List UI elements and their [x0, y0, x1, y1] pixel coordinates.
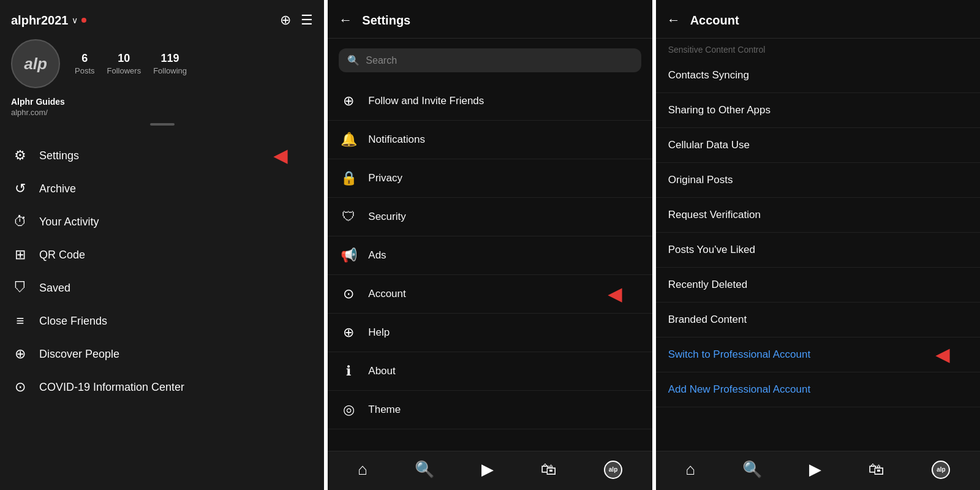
panel-sidebar: alphr2021 ∨ ⊕ ☰ alp 6 Posts 10 Followers: [0, 0, 324, 490]
account-item-branded[interactable]: Branded Content: [656, 303, 980, 337]
red-arrow-settings: ◀: [274, 146, 287, 166]
verification-label: Request Verification: [668, 209, 761, 221]
sidebar-item-activity[interactable]: ⏱ Your Activity: [0, 205, 324, 238]
avatar[interactable]: alp: [11, 39, 60, 88]
profile-nav-text: alp: [609, 466, 617, 473]
posts-label: Posts: [75, 66, 95, 75]
cellular-label: Cellular Data Use: [668, 139, 750, 151]
covid-label: COVID-19 Information Center: [39, 381, 184, 394]
theme-icon: ◎: [340, 402, 357, 418]
profile-section: alphr2021 ∨ ⊕ ☰ alp 6 Posts 10 Followers: [0, 0, 324, 139]
security-label: Security: [368, 211, 405, 223]
settings-item-theme[interactable]: ◎ Theme: [328, 391, 652, 429]
account-item-cellular[interactable]: Cellular Data Use: [656, 128, 980, 163]
home-icon-2[interactable]: ⌂: [685, 460, 695, 479]
reels-icon-2[interactable]: ▶: [809, 460, 821, 479]
red-arrow-account: ◀: [608, 284, 622, 304]
posts-count: 6: [75, 52, 95, 65]
add-professional-label: Add New Professional Account: [668, 383, 810, 396]
account-item-contacts[interactable]: Contacts Syncing: [656, 58, 980, 93]
sidebar-item-close-friends[interactable]: ≡ Close Friends: [0, 304, 324, 337]
settings-item-about[interactable]: ℹ About: [328, 352, 652, 391]
ads-icon: 📢: [340, 247, 357, 263]
profile-nav-text-2: alp: [937, 466, 945, 473]
follow-icon: ⊕: [340, 93, 357, 109]
bottom-nav-account: ⌂ 🔍 ▶ 🛍 alp: [656, 451, 980, 490]
activity-icon: ⏱: [12, 214, 28, 230]
add-post-icon[interactable]: ⊕: [280, 12, 291, 28]
saved-icon: ⛉: [12, 280, 28, 296]
profile-nav-avatar-2[interactable]: alp: [932, 461, 950, 479]
display-name: Alphr Guides: [11, 97, 313, 107]
close-friends-label: Close Friends: [39, 315, 107, 328]
qrcode-icon: ⊞: [12, 247, 28, 263]
home-icon[interactable]: ⌂: [358, 460, 368, 479]
archive-label: Archive: [39, 183, 76, 195]
sidebar-item-qrcode[interactable]: ⊞ QR Code: [0, 238, 324, 271]
account-item-deleted[interactable]: Recently Deleted: [656, 268, 980, 303]
followers-stat: 10 Followers: [107, 52, 141, 76]
sensitive-content-label: Sensitive Content Control: [656, 39, 980, 58]
following-count: 119: [153, 52, 187, 65]
settings-title: Settings: [362, 13, 410, 28]
following-stat: 119 Following: [153, 52, 187, 76]
settings-item-account[interactable]: ⊙ Account ◀: [328, 275, 652, 314]
help-icon: ⊕: [340, 325, 357, 341]
followers-label: Followers: [107, 66, 141, 75]
reels-icon[interactable]: ▶: [481, 460, 494, 479]
notification-dot: [81, 18, 86, 23]
original-posts-label: Original Posts: [668, 174, 733, 186]
account-item-switch-professional[interactable]: Switch to Professional Account ◀: [656, 337, 980, 372]
hamburger-icon[interactable]: ☰: [301, 12, 313, 28]
chevron-down-icon[interactable]: ∨: [72, 15, 78, 25]
sidebar-item-saved[interactable]: ⛉ Saved: [0, 271, 324, 304]
qrcode-label: QR Code: [39, 249, 85, 262]
settings-label: Settings: [39, 149, 79, 162]
sidebar-item-archive[interactable]: ↺ Archive: [0, 172, 324, 205]
sidebar-menu: ⚙ Settings ◀ ↺ Archive ⏱ Your Activity ⊞…: [0, 139, 324, 490]
shop-icon[interactable]: 🛍: [541, 460, 557, 479]
settings-icon: ⚙: [12, 148, 28, 164]
settings-menu: ⊕ Follow and Invite Friends 🔔 Notificati…: [328, 82, 652, 451]
help-label: Help: [368, 326, 390, 339]
username: alphr2021: [11, 13, 68, 28]
profile-info: alp 6 Posts 10 Followers 119 Following: [11, 39, 313, 88]
account-item-verification[interactable]: Request Verification: [656, 198, 980, 233]
settings-item-security[interactable]: 🛡 Security: [328, 198, 652, 236]
search-placeholder: Search: [366, 55, 397, 66]
account-item-sharing[interactable]: Sharing to Other Apps: [656, 93, 980, 128]
account-title: Account: [690, 13, 739, 28]
settings-item-follow[interactable]: ⊕ Follow and Invite Friends: [328, 82, 652, 121]
sidebar-item-covid[interactable]: ⊙ COVID-19 Information Center: [0, 371, 324, 404]
account-item-original-posts[interactable]: Original Posts: [656, 163, 980, 198]
search-nav-icon[interactable]: 🔍: [415, 460, 434, 479]
account-item-add-professional[interactable]: Add New Professional Account: [656, 372, 980, 407]
search-icon: 🔍: [347, 55, 360, 66]
switch-professional-label: Switch to Professional Account: [668, 349, 810, 361]
settings-item-help[interactable]: ⊕ Help: [328, 314, 652, 352]
follow-label: Follow and Invite Friends: [368, 95, 484, 107]
sidebar-item-settings[interactable]: ⚙ Settings ◀: [0, 139, 324, 172]
account-icon: ⊙: [340, 286, 357, 302]
account-back-button[interactable]: ←: [667, 12, 680, 28]
followers-count: 10: [107, 52, 141, 65]
settings-back-button[interactable]: ←: [339, 12, 352, 28]
following-label: Following: [153, 66, 187, 75]
profile-nav-avatar[interactable]: alp: [604, 461, 622, 479]
panel-account: ← Account Sensitive Content Control Cont…: [656, 0, 980, 490]
settings-item-notifications[interactable]: 🔔 Notifications: [328, 121, 652, 159]
shop-icon-2[interactable]: 🛍: [869, 460, 884, 479]
account-item-liked[interactable]: Posts You've Liked: [656, 233, 980, 268]
ads-label: Ads: [368, 249, 386, 262]
panel-settings: ← Settings 🔍 Search ⊕ Follow and Invite …: [328, 0, 652, 490]
settings-item-ads[interactable]: 📢 Ads: [328, 236, 652, 275]
discover-icon: ⊕: [12, 346, 28, 362]
sharing-label: Sharing to Other Apps: [668, 104, 771, 116]
search-bar[interactable]: 🔍 Search: [339, 48, 641, 72]
sidebar-item-discover[interactable]: ⊕ Discover People: [0, 337, 324, 371]
about-label: About: [368, 365, 395, 377]
settings-item-privacy[interactable]: 🔒 Privacy: [328, 159, 652, 198]
account-header: ← Account: [656, 0, 980, 39]
search-nav-icon-2[interactable]: 🔍: [742, 460, 762, 479]
stats-row: 6 Posts 10 Followers 119 Following: [75, 52, 187, 76]
